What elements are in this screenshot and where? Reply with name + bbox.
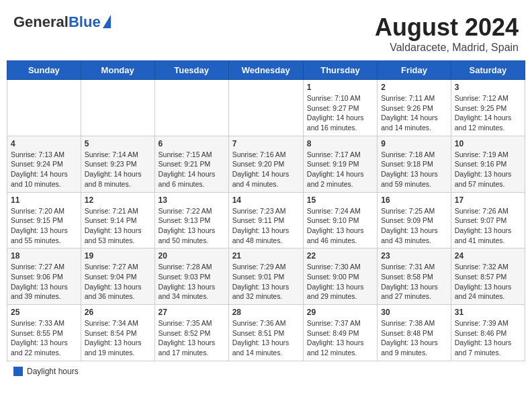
page-header: General Blue August 2024 Valdaracete, Ma… — [7, 7, 525, 57]
title-section: August 2024 Valdaracete, Madrid, Spain — [375, 13, 519, 54]
day-number: 8 — [307, 139, 373, 148]
day-number: 15 — [307, 195, 373, 205]
day-number: 14 — [232, 195, 300, 205]
logo-general-text: General — [13, 13, 69, 31]
location-subtitle: Valdaracete, Madrid, Spain — [375, 42, 519, 54]
day-info-text: Sunrise: 7:33 AM Sunset: 8:55 PM Dayligh… — [11, 318, 77, 358]
day-number: 7 — [232, 139, 300, 148]
logo-blue-text: Blue — [69, 13, 101, 31]
calendar-day-cell: 17Sunrise: 7:26 AM Sunset: 9:07 PM Dayli… — [451, 192, 525, 248]
day-info-text: Sunrise: 7:13 AM Sunset: 9:24 PM Dayligh… — [11, 150, 77, 189]
calendar-day-cell: 4Sunrise: 7:13 AM Sunset: 9:24 PM Daylig… — [7, 136, 81, 192]
day-info-text: Sunrise: 7:15 AM Sunset: 9:21 PM Dayligh… — [159, 150, 225, 189]
calendar-day-cell — [228, 80, 303, 136]
calendar-week-row: 11Sunrise: 7:20 AM Sunset: 9:15 PM Dayli… — [7, 192, 525, 248]
logo: General Blue — [13, 13, 111, 31]
day-info-text: Sunrise: 7:17 AM Sunset: 9:19 PM Dayligh… — [307, 150, 373, 189]
logo-triangle-icon — [103, 15, 111, 28]
day-info-text: Sunrise: 7:37 AM Sunset: 8:49 PM Dayligh… — [307, 318, 373, 358]
calendar-day-cell: 23Sunrise: 7:31 AM Sunset: 8:58 PM Dayli… — [378, 248, 451, 305]
day-info-text: Sunrise: 7:28 AM Sunset: 9:03 PM Dayligh… — [159, 262, 225, 302]
day-info-text: Sunrise: 7:14 AM Sunset: 9:23 PM Dayligh… — [85, 150, 151, 189]
calendar-day-cell: 7Sunrise: 7:16 AM Sunset: 9:20 PM Daylig… — [228, 136, 303, 192]
day-number: 10 — [455, 139, 521, 148]
calendar-day-cell: 22Sunrise: 7:30 AM Sunset: 9:00 PM Dayli… — [303, 248, 377, 305]
day-number: 20 — [159, 251, 225, 261]
calendar-day-cell: 21Sunrise: 7:29 AM Sunset: 9:01 PM Dayli… — [228, 248, 303, 305]
day-number: 13 — [159, 195, 225, 205]
calendar-day-cell: 25Sunrise: 7:33 AM Sunset: 8:55 PM Dayli… — [7, 305, 81, 361]
day-number: 4 — [11, 139, 77, 148]
day-info-text: Sunrise: 7:38 AM Sunset: 8:48 PM Dayligh… — [381, 318, 447, 358]
day-info-text: Sunrise: 7:16 AM Sunset: 9:20 PM Dayligh… — [232, 150, 300, 189]
day-number: 29 — [307, 308, 373, 317]
day-number: 22 — [307, 251, 373, 261]
legend-label: Daylight hours — [27, 367, 79, 376]
day-info-text: Sunrise: 7:10 AM Sunset: 9:27 PM Dayligh… — [307, 93, 373, 133]
calendar-day-cell — [7, 80, 81, 136]
calendar-day-cell: 9Sunrise: 7:18 AM Sunset: 9:18 PM Daylig… — [378, 136, 451, 192]
calendar-day-cell: 31Sunrise: 7:39 AM Sunset: 8:46 PM Dayli… — [451, 305, 525, 361]
calendar-day-cell: 11Sunrise: 7:20 AM Sunset: 9:15 PM Dayli… — [7, 192, 81, 248]
calendar-day-cell: 8Sunrise: 7:17 AM Sunset: 9:19 PM Daylig… — [303, 136, 377, 192]
calendar-table: SundayMondayTuesdayWednesdayThursdayFrid… — [7, 60, 525, 361]
day-number: 24 — [455, 251, 521, 261]
day-number: 26 — [85, 308, 151, 317]
legend-color-box — [13, 367, 23, 376]
day-number: 28 — [232, 308, 300, 317]
calendar-weekday-header: Monday — [81, 61, 154, 80]
calendar-day-cell: 15Sunrise: 7:24 AM Sunset: 9:10 PM Dayli… — [303, 192, 377, 248]
day-info-text: Sunrise: 7:29 AM Sunset: 9:01 PM Dayligh… — [232, 262, 300, 302]
calendar-week-row: 18Sunrise: 7:27 AM Sunset: 9:06 PM Dayli… — [7, 248, 525, 305]
day-info-text: Sunrise: 7:27 AM Sunset: 9:04 PM Dayligh… — [85, 262, 151, 302]
day-info-text: Sunrise: 7:24 AM Sunset: 9:10 PM Dayligh… — [307, 206, 373, 246]
day-info-text: Sunrise: 7:34 AM Sunset: 8:54 PM Dayligh… — [85, 318, 151, 358]
day-info-text: Sunrise: 7:27 AM Sunset: 9:06 PM Dayligh… — [11, 262, 77, 302]
calendar-day-cell: 20Sunrise: 7:28 AM Sunset: 9:03 PM Dayli… — [154, 248, 228, 305]
footer: Daylight hours — [7, 367, 525, 376]
day-number: 21 — [232, 251, 300, 261]
day-number: 5 — [85, 139, 151, 148]
day-number: 16 — [381, 195, 447, 205]
day-info-text: Sunrise: 7:31 AM Sunset: 8:58 PM Dayligh… — [381, 262, 447, 302]
calendar-day-cell: 14Sunrise: 7:23 AM Sunset: 9:11 PM Dayli… — [228, 192, 303, 248]
day-info-text: Sunrise: 7:20 AM Sunset: 9:15 PM Dayligh… — [11, 206, 77, 246]
calendar-day-cell: 13Sunrise: 7:22 AM Sunset: 9:13 PM Dayli… — [154, 192, 228, 248]
calendar-day-cell: 26Sunrise: 7:34 AM Sunset: 8:54 PM Dayli… — [81, 305, 154, 361]
calendar-day-cell: 28Sunrise: 7:36 AM Sunset: 8:51 PM Dayli… — [228, 305, 303, 361]
day-number: 18 — [11, 251, 77, 261]
calendar-day-cell: 10Sunrise: 7:19 AM Sunset: 9:16 PM Dayli… — [451, 136, 525, 192]
day-info-text: Sunrise: 7:39 AM Sunset: 8:46 PM Dayligh… — [455, 318, 521, 358]
day-info-text: Sunrise: 7:22 AM Sunset: 9:13 PM Dayligh… — [159, 206, 225, 246]
day-number: 25 — [11, 308, 77, 317]
calendar-header-row: SundayMondayTuesdayWednesdayThursdayFrid… — [7, 61, 525, 80]
day-number: 30 — [381, 308, 447, 317]
calendar-day-cell: 5Sunrise: 7:14 AM Sunset: 9:23 PM Daylig… — [81, 136, 154, 192]
calendar-day-cell — [154, 80, 228, 136]
day-info-text: Sunrise: 7:11 AM Sunset: 9:26 PM Dayligh… — [381, 93, 447, 133]
day-info-text: Sunrise: 7:30 AM Sunset: 9:00 PM Dayligh… — [307, 262, 373, 302]
calendar-day-cell: 18Sunrise: 7:27 AM Sunset: 9:06 PM Dayli… — [7, 248, 81, 305]
calendar-day-cell: 12Sunrise: 7:21 AM Sunset: 9:14 PM Dayli… — [81, 192, 154, 248]
calendar-day-cell: 30Sunrise: 7:38 AM Sunset: 8:48 PM Dayli… — [378, 305, 451, 361]
calendar-week-row: 1Sunrise: 7:10 AM Sunset: 9:27 PM Daylig… — [7, 80, 525, 136]
calendar-day-cell: 27Sunrise: 7:35 AM Sunset: 8:52 PM Dayli… — [154, 305, 228, 361]
day-number: 17 — [455, 195, 521, 205]
day-info-text: Sunrise: 7:21 AM Sunset: 9:14 PM Dayligh… — [85, 206, 151, 246]
calendar-day-cell: 6Sunrise: 7:15 AM Sunset: 9:21 PM Daylig… — [154, 136, 228, 192]
calendar-weekday-header: Sunday — [7, 61, 81, 80]
calendar-weekday-header: Friday — [378, 61, 451, 80]
calendar-day-cell: 1Sunrise: 7:10 AM Sunset: 9:27 PM Daylig… — [303, 80, 377, 136]
calendar-day-cell: 2Sunrise: 7:11 AM Sunset: 9:26 PM Daylig… — [378, 80, 451, 136]
day-number: 27 — [159, 308, 225, 317]
calendar-weekday-header: Tuesday — [154, 61, 228, 80]
month-year-title: August 2024 — [375, 13, 519, 42]
calendar-week-row: 4Sunrise: 7:13 AM Sunset: 9:24 PM Daylig… — [7, 136, 525, 192]
calendar-day-cell: 16Sunrise: 7:25 AM Sunset: 9:09 PM Dayli… — [378, 192, 451, 248]
day-info-text: Sunrise: 7:25 AM Sunset: 9:09 PM Dayligh… — [381, 206, 447, 246]
day-number: 23 — [381, 251, 447, 261]
day-number: 6 — [159, 139, 225, 148]
calendar-day-cell: 3Sunrise: 7:12 AM Sunset: 9:25 PM Daylig… — [451, 80, 525, 136]
day-info-text: Sunrise: 7:18 AM Sunset: 9:18 PM Dayligh… — [381, 150, 447, 189]
day-number: 3 — [455, 83, 521, 92]
